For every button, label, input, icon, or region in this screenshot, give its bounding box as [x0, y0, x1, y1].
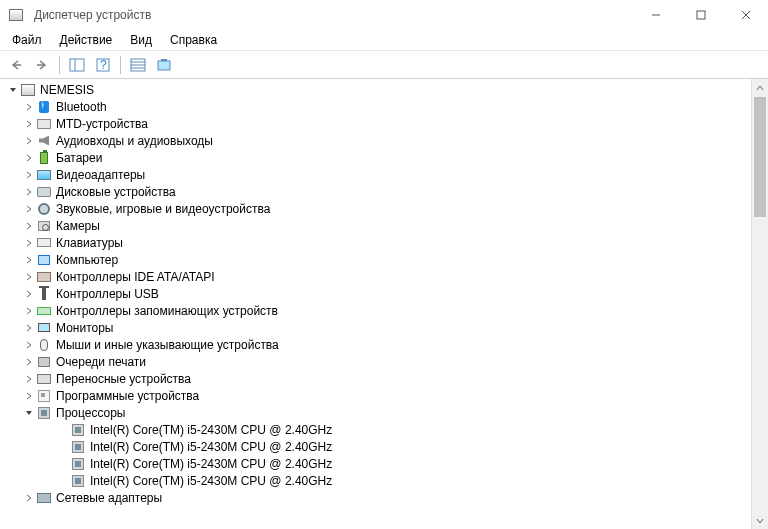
expand-arrow-icon[interactable]	[22, 219, 36, 233]
forward-button[interactable]	[30, 54, 54, 76]
tree-category-node[interactable]: Bluetooth	[4, 98, 751, 115]
scroll-down-button[interactable]	[752, 512, 768, 529]
game-icon	[36, 201, 52, 217]
expand-arrow-icon[interactable]	[22, 151, 36, 165]
tree-category-node[interactable]: Очереди печати	[4, 353, 751, 370]
content-area: NEMESISBluetoothMTD-устройстваАудиовходы…	[0, 79, 768, 529]
tree-category-node[interactable]: Аудиовходы и аудиовыходы	[4, 132, 751, 149]
tree-node-label: Intel(R) Core(TM) i5-2430M CPU @ 2.40GHz	[90, 474, 332, 488]
menu-action[interactable]: Действие	[52, 31, 121, 49]
tree-device-node[interactable]: Intel(R) Core(TM) i5-2430M CPU @ 2.40GHz	[4, 455, 751, 472]
mouse-icon	[36, 337, 52, 353]
toolbar: ?	[0, 51, 768, 79]
maximize-button[interactable]	[678, 0, 723, 30]
tree-node-label: Контроллеры запоминающих устройств	[56, 304, 278, 318]
tree-category-node[interactable]: Компьютер	[4, 251, 751, 268]
mem-icon	[36, 303, 52, 319]
mtd-icon	[36, 116, 52, 132]
tree-category-node[interactable]: MTD-устройства	[4, 115, 751, 132]
expand-arrow-icon[interactable]	[22, 270, 36, 284]
menu-view[interactable]: Вид	[122, 31, 160, 49]
expand-arrow-icon[interactable]	[22, 304, 36, 318]
tree-node-label: Очереди печати	[56, 355, 146, 369]
tree-node-label: Клавиатуры	[56, 236, 123, 250]
expand-arrow-icon[interactable]	[22, 355, 36, 369]
device-tree[interactable]: NEMESISBluetoothMTD-устройстваАудиовходы…	[0, 79, 751, 529]
svg-text:?: ?	[100, 58, 107, 72]
help-button[interactable]: ?	[91, 54, 115, 76]
tree-node-label: Intel(R) Core(TM) i5-2430M CPU @ 2.40GHz	[90, 440, 332, 454]
tree-category-node[interactable]: Контроллеры IDE ATA/ATAPI	[4, 268, 751, 285]
tree-category-node[interactable]: Батареи	[4, 149, 751, 166]
tree-category-node[interactable]: Процессоры	[4, 404, 751, 421]
tree-root-node[interactable]: NEMESIS	[4, 81, 751, 98]
expand-arrow-icon[interactable]	[22, 389, 36, 403]
tree-node-label: Программные устройства	[56, 389, 199, 403]
expand-arrow-icon[interactable]	[22, 236, 36, 250]
close-button[interactable]	[723, 0, 768, 30]
tree-category-node[interactable]: Мыши и иные указывающие устройства	[4, 336, 751, 353]
tree-node-label: Сетевые адаптеры	[56, 491, 162, 505]
tree-device-node[interactable]: Intel(R) Core(TM) i5-2430M CPU @ 2.40GHz	[4, 438, 751, 455]
tree-category-node[interactable]: Видеоадаптеры	[4, 166, 751, 183]
scroll-up-button[interactable]	[752, 79, 768, 96]
tree-category-node[interactable]: Клавиатуры	[4, 234, 751, 251]
tree-device-node[interactable]: Intel(R) Core(TM) i5-2430M CPU @ 2.40GHz	[4, 472, 751, 489]
cpu-icon	[36, 405, 52, 421]
app-icon	[8, 7, 24, 23]
tree-category-node[interactable]: Камеры	[4, 217, 751, 234]
show-hide-tree-button[interactable]	[65, 54, 89, 76]
expand-arrow-icon[interactable]	[22, 117, 36, 131]
expand-arrow-icon[interactable]	[22, 372, 36, 386]
tree-category-node[interactable]: Контроллеры USB	[4, 285, 751, 302]
tree-device-node[interactable]: Intel(R) Core(TM) i5-2430M CPU @ 2.40GHz	[4, 421, 751, 438]
expand-arrow-icon[interactable]	[22, 287, 36, 301]
collapse-arrow-icon[interactable]	[22, 406, 36, 420]
vertical-scrollbar[interactable]	[751, 79, 768, 529]
properties-button[interactable]	[152, 54, 176, 76]
menu-help[interactable]: Справка	[162, 31, 225, 49]
soft-icon	[36, 388, 52, 404]
tree-node-label: Bluetooth	[56, 100, 107, 114]
scrollbar-thumb[interactable]	[754, 97, 766, 217]
window-titlebar: Диспетчер устройств	[0, 0, 768, 30]
tree-category-node[interactable]: Программные устройства	[4, 387, 751, 404]
tree-category-node[interactable]: Мониторы	[4, 319, 751, 336]
tree-category-node[interactable]: Переносные устройства	[4, 370, 751, 387]
menu-file[interactable]: Файл	[4, 31, 50, 49]
tree-category-node[interactable]: Контроллеры запоминающих устройств	[4, 302, 751, 319]
svg-rect-15	[161, 59, 167, 61]
disk-icon	[36, 184, 52, 200]
scan-hardware-button[interactable]	[126, 54, 150, 76]
batt-icon	[36, 150, 52, 166]
bt-icon	[36, 99, 52, 115]
tree-category-node[interactable]: Дисковые устройства	[4, 183, 751, 200]
tree-node-label: Мониторы	[56, 321, 113, 335]
collapse-arrow-icon[interactable]	[6, 83, 20, 97]
toolbar-separator	[120, 56, 121, 74]
tree-node-label: Камеры	[56, 219, 100, 233]
expand-arrow-icon[interactable]	[22, 338, 36, 352]
tree-category-node[interactable]: Сетевые адаптеры	[4, 489, 751, 506]
tree-node-label: Контроллеры USB	[56, 287, 159, 301]
back-button[interactable]	[4, 54, 28, 76]
expand-arrow-icon[interactable]	[22, 168, 36, 182]
tree-node-label: Мыши и иные указывающие устройства	[56, 338, 279, 352]
expand-arrow-icon[interactable]	[22, 321, 36, 335]
expand-arrow-icon[interactable]	[22, 134, 36, 148]
tree-category-node[interactable]: Звуковые, игровые и видеоустройства	[4, 200, 751, 217]
expand-arrow-icon[interactable]	[22, 185, 36, 199]
expand-arrow-icon[interactable]	[22, 491, 36, 505]
tree-node-label: Дисковые устройства	[56, 185, 176, 199]
computer-root-icon	[20, 82, 36, 98]
expand-arrow-icon[interactable]	[22, 100, 36, 114]
audio-icon	[36, 133, 52, 149]
minimize-button[interactable]	[633, 0, 678, 30]
tree-node-label: Батареи	[56, 151, 102, 165]
cpu-icon	[70, 422, 86, 438]
cpu-icon	[70, 473, 86, 489]
toolbar-separator	[59, 56, 60, 74]
port-icon	[36, 371, 52, 387]
expand-arrow-icon[interactable]	[22, 202, 36, 216]
expand-arrow-icon[interactable]	[22, 253, 36, 267]
